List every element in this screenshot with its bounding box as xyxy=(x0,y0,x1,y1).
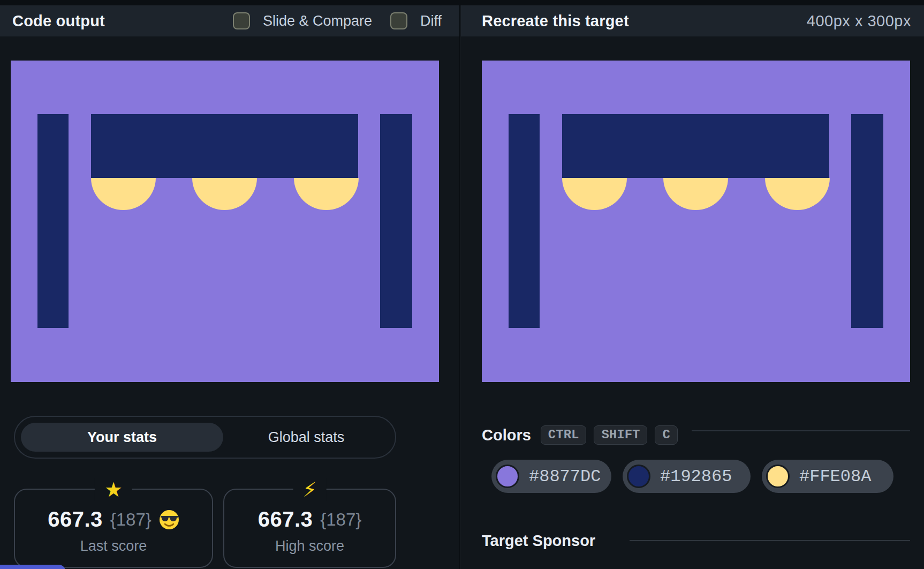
lamp-2 xyxy=(192,178,257,210)
swatch-192865[interactable]: #192865 xyxy=(623,460,751,493)
swatch-dot xyxy=(627,465,650,488)
key-shift: SHIFT xyxy=(594,425,647,445)
slide-compare-label[interactable]: Slide & Compare xyxy=(263,13,372,29)
panel-divider xyxy=(460,5,460,569)
right-pillar xyxy=(851,114,883,328)
high-score-attempts: {187} xyxy=(320,510,361,530)
color-shortcut-keys: CTRL SHIFT C xyxy=(541,425,678,445)
last-score-label: Last score xyxy=(80,538,147,555)
sponsor-heading: Target Sponsor xyxy=(482,532,595,550)
code-output-header: Code output Slide & Compare Diff xyxy=(0,5,459,36)
diff-checkbox[interactable] xyxy=(390,12,407,29)
target-panel: Recreate this target 400px x 300px Color… xyxy=(461,5,924,569)
swatch-8877DC[interactable]: #8877DC xyxy=(491,460,611,493)
star-icon: ★ xyxy=(104,480,123,500)
output-canvas xyxy=(11,61,439,382)
high-score-label: High score xyxy=(275,538,344,555)
sponsor-divider xyxy=(630,540,910,541)
top-beam xyxy=(562,114,829,178)
high-score-line: 667.3 {187} xyxy=(258,507,362,531)
bottom-peek-button[interactable] xyxy=(0,565,65,569)
last-score-value: 667.3 xyxy=(48,507,103,531)
top-beam xyxy=(91,114,358,178)
swatch-FFE08A[interactable]: #FFE08A xyxy=(762,460,893,493)
high-score-icon-wrap: ⚡ xyxy=(293,478,327,501)
target-canvas[interactable] xyxy=(482,61,910,382)
code-output-panel: Code output Slide & Compare Diff Your st… xyxy=(0,5,459,569)
last-score-icon-wrap: ★ xyxy=(95,478,132,501)
color-swatches: #8877DC #192865 #FFE08A xyxy=(491,460,893,493)
slide-compare-checkbox[interactable] xyxy=(233,12,250,29)
sponsor-heading-row: Target Sponsor xyxy=(482,532,910,550)
swatch-dot xyxy=(496,465,519,488)
target-header: Recreate this target 400px x 300px xyxy=(461,5,924,36)
swatch-dot xyxy=(766,465,790,488)
last-score-attempts: {187} xyxy=(110,510,152,530)
colors-heading: Colors xyxy=(482,426,531,444)
key-c: C xyxy=(655,425,677,445)
sunglasses-emoji xyxy=(159,510,179,530)
target-dimensions: 400px x 300px xyxy=(807,12,911,30)
bolt-icon: ⚡ xyxy=(302,480,317,500)
left-pillar xyxy=(509,114,540,328)
right-pillar xyxy=(380,114,412,328)
diff-label[interactable]: Diff xyxy=(420,13,442,29)
swatch-hex: #8877DC xyxy=(529,467,601,486)
key-ctrl: CTRL xyxy=(541,425,587,445)
lamp-2 xyxy=(663,178,728,210)
target-title: Recreate this target xyxy=(482,12,629,30)
swatch-hex: #192865 xyxy=(660,467,732,486)
left-pillar xyxy=(37,114,69,328)
last-score-card: ★ 667.3 {187} Last score xyxy=(14,489,213,568)
lamp-1 xyxy=(562,178,627,210)
lamp-1 xyxy=(91,178,156,210)
colors-divider xyxy=(692,430,910,431)
code-output-title: Code output xyxy=(12,12,105,30)
stats-tabs: Your stats Global stats xyxy=(14,416,396,459)
tab-your-stats[interactable]: Your stats xyxy=(21,423,223,452)
tab-global-stats[interactable]: Global stats xyxy=(223,423,389,452)
high-score-value: 667.3 xyxy=(258,507,313,531)
last-score-line: 667.3 {187} xyxy=(48,507,179,531)
swatch-hex: #FFE08A xyxy=(799,467,871,486)
lamp-3 xyxy=(765,178,830,210)
colors-heading-row: Colors CTRL SHIFT C xyxy=(482,423,910,447)
lamp-3 xyxy=(294,178,359,210)
high-score-card: ⚡ 667.3 {187} High score xyxy=(223,489,396,568)
